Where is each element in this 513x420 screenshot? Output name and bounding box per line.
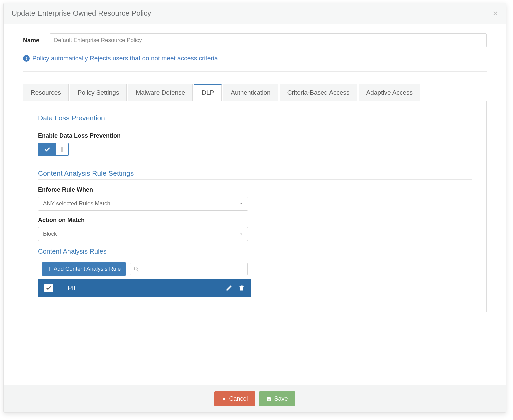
tab-bar: Resources Policy Settings Malware Defens… xyxy=(23,84,487,101)
rules-toolbar: Add Content Analysis Rule xyxy=(38,259,251,279)
action-on-match-select[interactable]: Block xyxy=(38,227,248,241)
chevron-down-icon xyxy=(239,232,244,236)
rule-search-input[interactable] xyxy=(130,263,248,275)
save-button[interactable]: Save xyxy=(259,391,295,406)
svg-line-1 xyxy=(137,270,139,271)
add-content-rule-button[interactable]: Add Content Analysis Rule xyxy=(42,262,126,276)
rule-row[interactable]: PII xyxy=(38,279,251,297)
tab-policy-settings[interactable]: Policy Settings xyxy=(70,84,127,101)
name-label: Name xyxy=(23,37,50,44)
rule-settings-heading: Content Analysis Rule Settings xyxy=(38,169,472,180)
tab-malware-defense[interactable]: Malware Defense xyxy=(128,84,193,101)
action-on-match-value: Block xyxy=(43,231,57,237)
content-rules-box: Add Content Analysis Rule PII xyxy=(38,259,251,297)
dialog-header: Update Enterprise Owned Resource Policy … xyxy=(4,3,506,24)
action-on-match-label: Action on Match xyxy=(38,217,472,224)
rule-checkbox[interactable] xyxy=(44,284,53,292)
cancel-label: Cancel xyxy=(229,395,248,402)
plus-icon xyxy=(47,267,52,271)
svg-point-0 xyxy=(134,267,137,270)
rule-actions xyxy=(226,285,245,291)
dialog-footer: Cancel Save xyxy=(4,385,506,412)
tab-authentication[interactable]: Authentication xyxy=(223,84,278,101)
delete-icon[interactable] xyxy=(238,285,245,291)
grip-icon: ||| xyxy=(56,143,68,155)
x-icon xyxy=(222,397,226,401)
info-banner: ! Policy automatically Rejects users tha… xyxy=(23,55,487,72)
save-icon xyxy=(266,396,272,402)
chevron-down-icon xyxy=(239,201,244,206)
edit-icon[interactable] xyxy=(226,285,232,291)
save-label: Save xyxy=(274,395,288,402)
tab-criteria-based-access[interactable]: Criteria-Based Access xyxy=(280,84,357,101)
name-row: Name xyxy=(23,33,487,47)
enforce-rule-select[interactable]: ANY selected Rules Match xyxy=(38,197,248,211)
enable-dlp-toggle[interactable]: ||| xyxy=(38,143,69,156)
enforce-rule-label: Enforce Rule When xyxy=(38,186,472,193)
check-icon xyxy=(39,143,56,155)
info-icon: ! xyxy=(23,55,30,62)
dialog-body: Name ! Policy automatically Rejects user… xyxy=(4,24,506,385)
add-content-rule-label: Add Content Analysis Rule xyxy=(54,266,121,272)
rule-name: PII xyxy=(60,284,219,292)
tab-dlp[interactable]: DLP xyxy=(194,84,222,101)
enable-dlp-label: Enable Data Loss Prevention xyxy=(38,132,472,139)
content-rules-heading: Content Analysis Rules xyxy=(38,248,472,255)
tab-resources[interactable]: Resources xyxy=(23,84,69,101)
tab-adaptive-access[interactable]: Adaptive Access xyxy=(359,84,420,101)
enforce-rule-value: ANY selected Rules Match xyxy=(43,200,110,207)
update-policy-dialog: Update Enterprise Owned Resource Policy … xyxy=(3,3,506,413)
close-icon[interactable]: × xyxy=(493,9,498,18)
cancel-button[interactable]: Cancel xyxy=(214,391,255,406)
tab-content-dlp: Data Loss Prevention Enable Data Loss Pr… xyxy=(23,101,487,312)
dialog-title: Update Enterprise Owned Resource Policy xyxy=(12,9,151,18)
rule-search-wrap xyxy=(130,263,248,275)
search-icon xyxy=(133,266,139,272)
dlp-section-heading: Data Loss Prevention xyxy=(38,114,472,125)
name-input[interactable] xyxy=(50,33,487,47)
info-text: Policy automatically Rejects users that … xyxy=(32,55,218,62)
